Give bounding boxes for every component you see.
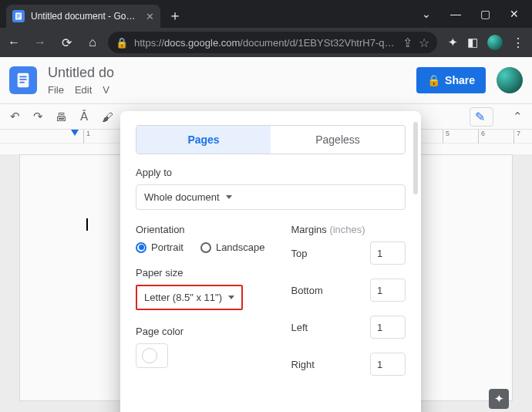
margin-bottom-row: Bottom [291,279,406,302]
dialog-right-column: Margins (inches) Top Bottom Left Right [291,224,406,390]
docs-favicon-icon [12,10,25,22]
margin-bottom-label: Bottom [291,285,323,296]
nav-controls: ← → ⟳ ⌂ [6,35,100,50]
margin-right-input[interactable] [370,353,406,376]
margins-label-text: Margins [291,224,327,235]
tab-close-icon[interactable]: ✕ [146,11,154,22]
titlebar: Untitled document - Google Do… ✕ ＋ ⌄ ― ▢… [0,0,532,28]
orientation-label: Orientation [136,224,265,235]
omnibox[interactable]: 🔒 https://docs.google.com/document/d/1EB… [108,32,437,53]
apply-to-value: Whole document [144,191,220,203]
address-bar: ← → ⟳ ⌂ 🔒 https://docs.google.com/docume… [0,28,532,57]
dialog-scrollbar[interactable] [413,122,418,194]
radio-landscape[interactable]: Landscape [200,241,265,253]
svg-rect-1 [17,15,21,15]
browser-profile-avatar[interactable] [487,35,503,50]
margin-bottom-input[interactable] [370,279,406,302]
url-text: https://docs.google.com/document/d/1EBYS… [134,37,394,49]
dropdown-caret-icon [228,295,234,299]
margins-label: Margins (inches) [291,224,406,235]
page-setup-dialog: Pages Pageless Apply to Whole document O… [120,111,421,412]
tab-pages[interactable]: Pages [136,126,271,154]
url-host: docs.google.com [164,37,240,49]
chevron-down-icon[interactable]: ⌄ [419,7,433,21]
svg-rect-2 [17,16,21,17]
share-url-icon[interactable]: ⇪ [402,35,412,50]
forward-icon[interactable]: → [32,35,48,50]
margin-left-input[interactable] [370,316,406,339]
minimize-icon[interactable]: ― [449,7,463,21]
color-swatch-icon [142,348,157,363]
margin-top-label: Top [291,248,308,259]
svg-rect-3 [17,18,19,19]
paper-size-select[interactable]: Letter (8.5" x 11") [136,285,243,310]
page-color-label: Page color [136,326,265,337]
browser-tab[interactable]: Untitled document - Google Do… ✕ [6,5,160,28]
page-color-select[interactable] [136,343,168,368]
url-path: /document/d/1EBYSt32VhtrH7-q… [240,37,394,49]
star-icon[interactable]: ☆ [419,35,429,50]
margins-unit: (inches) [329,224,365,235]
browser-chrome: Untitled document - Google Do… ✕ ＋ ⌄ ― ▢… [0,0,532,57]
tab-title: Untitled document - Google Do… [31,11,140,22]
tab-pageless[interactable]: Pageless [271,126,405,154]
dropdown-caret-icon [226,195,232,199]
dialog-columns: Orientation Portrait Landscape Paper siz… [136,224,406,390]
radio-portrait-label: Portrait [151,241,184,253]
dialog-left-column: Orientation Portrait Landscape Paper siz… [136,224,265,390]
home-icon[interactable]: ⌂ [85,35,100,50]
tab-strip: Untitled document - Google Do… ✕ ＋ [0,0,185,28]
radio-icon [200,242,211,253]
dialog-tabs: Pages Pageless [136,125,406,154]
radio-landscape-label: Landscape [216,241,265,253]
window-controls: ⌄ ― ▢ ✕ [409,7,532,21]
close-icon[interactable]: ✕ [507,7,521,21]
extensions-icon[interactable]: ✦ [448,35,458,49]
lock-icon: 🔒 [116,37,128,49]
margin-right-row: Right [291,353,406,376]
browser-menu-icon[interactable]: ⋮ [512,35,524,50]
paper-size-label: Paper size [136,267,265,279]
margin-left-label: Left [291,322,308,333]
back-icon[interactable]: ← [6,35,22,50]
docs-app: Untitled do File Edit V 🔒 Share ↶ ↷ 🖶 Ǎ … [0,57,532,412]
radio-portrait[interactable]: Portrait [136,241,184,253]
side-panel-icon[interactable]: ◧ [467,35,478,49]
margin-top-input[interactable] [370,241,406,265]
radio-icon [136,242,146,253]
paper-size-value: Letter (8.5" x 11") [144,292,222,303]
margin-left-row: Left [291,316,406,339]
reload-icon[interactable]: ⟳ [59,35,74,50]
new-tab-button[interactable]: ＋ [165,5,185,25]
apply-to-select[interactable]: Whole document [136,184,406,210]
apply-to-label: Apply to [136,167,406,178]
url-scheme: https:// [134,37,164,49]
margin-top-row: Top [291,241,406,265]
orientation-row: Portrait Landscape [136,241,265,253]
margin-right-label: Right [291,359,315,370]
browser-right-icons: ✦ ◧ ⋮ [445,35,526,50]
maximize-icon[interactable]: ▢ [478,7,492,21]
